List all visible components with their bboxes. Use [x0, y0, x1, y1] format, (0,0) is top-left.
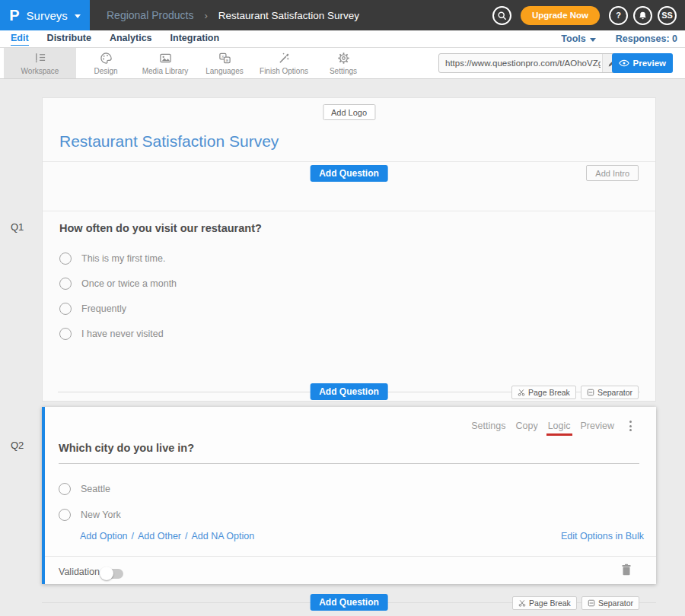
svg-text:a: a: [225, 57, 228, 62]
responses-count[interactable]: Responses: 0: [616, 33, 677, 44]
add-logo-button[interactable]: Add Logo: [323, 104, 375, 120]
page-break-button[interactable]: Page Break: [512, 596, 577, 610]
preview-button[interactable]: Preview: [612, 53, 673, 73]
nav-tabs: Edit Distribute Analytics Integration: [11, 33, 219, 46]
radio-button[interactable]: [59, 509, 71, 521]
upgrade-now-button[interactable]: Upgrade Now: [521, 6, 600, 25]
toolbar-tab-label: Media Library: [142, 67, 189, 75]
survey-navbar: Edit Distribute Analytics Integration To…: [0, 30, 685, 48]
svg-text:x: x: [221, 53, 224, 59]
add-na-option-link[interactable]: Add NA Option: [192, 531, 255, 541]
survey-url-input[interactable]: [439, 59, 602, 68]
q2-question-field[interactable]: Which city do you live in?: [59, 441, 639, 464]
media-library-icon: [159, 52, 172, 65]
product-label: Surveys: [27, 9, 68, 22]
q2-question-text[interactable]: Which city do you live in?: [59, 442, 194, 454]
separator-icon: [588, 599, 595, 607]
radio-button[interactable]: [59, 252, 72, 265]
add-option-link[interactable]: Add Option: [80, 531, 128, 541]
add-question-button[interactable]: Add Question: [310, 383, 388, 400]
add-other-link[interactable]: Add Other: [138, 531, 181, 541]
finish-options-icon: [278, 52, 291, 65]
logic-annotation-underline: [546, 433, 572, 436]
survey-url-box: [438, 53, 621, 73]
tab-integration[interactable]: Integration: [170, 33, 220, 46]
validation-toggle[interactable]: [101, 569, 123, 579]
question-settings-button[interactable]: Settings: [471, 421, 505, 431]
separator-button[interactable]: Separator: [581, 596, 639, 610]
page-break-button[interactable]: Page Break: [511, 386, 576, 399]
settings-icon: [337, 52, 350, 65]
radio-button[interactable]: [59, 278, 72, 290]
add-question-button[interactable]: Add Question: [310, 165, 388, 182]
q1-question-text[interactable]: How often do you visit our restaurant?: [59, 222, 262, 234]
product-switcher[interactable]: P Surveys: [0, 0, 90, 30]
toolbar-tab-label: Design: [94, 67, 117, 75]
edit-options-in-bulk-link[interactable]: Edit Options in Bulk: [561, 531, 644, 541]
option-label: New York: [81, 510, 121, 520]
languages-icon: xa: [218, 52, 231, 65]
bell-icon: [638, 11, 648, 21]
toolbar-tab-media-library[interactable]: Media Library: [135, 48, 195, 78]
option-links: Add Option / Add Other / Add NA Option: [80, 531, 254, 541]
q2-option-2[interactable]: New York: [59, 508, 121, 521]
radio-button[interactable]: [59, 328, 72, 340]
tab-edit[interactable]: Edit: [11, 33, 29, 46]
more-options-button[interactable]: [628, 419, 633, 433]
question-card-q2: Settings Copy Logic Preview Which city d…: [42, 407, 656, 584]
trash-icon: [621, 564, 632, 576]
workspace-icon: [33, 52, 46, 65]
search-button[interactable]: [492, 6, 511, 25]
delete-question-button[interactable]: [621, 564, 632, 579]
q1-option-4[interactable]: I have never visited: [59, 327, 164, 340]
bottom-insert-row: Add Question Page Break Separator: [42, 592, 656, 616]
survey-title[interactable]: Restaurant Satisfaction Survey: [59, 132, 279, 151]
notifications-button[interactable]: [633, 6, 652, 25]
add-question-button[interactable]: Add Question: [310, 594, 388, 611]
divider: [45, 556, 656, 557]
tools-menu[interactable]: Tools: [561, 33, 595, 44]
scissors-icon: [518, 389, 525, 396]
tab-analytics[interactable]: Analytics: [110, 33, 152, 46]
insert-controls: Page Break Separator: [512, 596, 639, 610]
separator-label: Separator: [597, 388, 632, 397]
link-separator: /: [132, 531, 134, 541]
q1-option-1[interactable]: This is my first time.: [59, 252, 165, 265]
radio-button[interactable]: [59, 483, 71, 495]
tools-label: Tools: [561, 33, 585, 44]
question-preview-button[interactable]: Preview: [581, 421, 614, 431]
question-action-menu: Settings Copy Logic Preview: [471, 419, 633, 433]
option-label: I have never visited: [81, 329, 164, 339]
question-copy-button[interactable]: Copy: [515, 421, 537, 431]
help-button[interactable]: ?: [609, 6, 628, 25]
edit-toolbar: Workspace Design Media Library xa Langua…: [0, 48, 685, 79]
toolbar-tab-label: Languages: [206, 67, 244, 75]
add-intro-button[interactable]: Add Intro: [586, 165, 639, 181]
design-icon: [100, 52, 113, 65]
toolbar-tab-finish-options[interactable]: Finish Options: [254, 48, 314, 78]
separator-button[interactable]: Separator: [581, 386, 639, 399]
toolbar-tab-design[interactable]: Design: [76, 48, 135, 78]
breadcrumb-folder[interactable]: Regional Products: [107, 9, 193, 21]
eye-icon: [619, 58, 629, 68]
toolbar-tab-settings[interactable]: Settings: [314, 48, 373, 78]
breadcrumb-survey-title: Restaurant Satisfaction Survey: [218, 10, 359, 21]
tab-distribute[interactable]: Distribute: [47, 33, 91, 46]
insert-controls: Page Break Separator: [511, 386, 639, 399]
option-label: This is my first time.: [81, 253, 165, 264]
chevron-down-icon: [590, 38, 596, 42]
preview-label: Preview: [633, 59, 666, 68]
toolbar-tab-languages[interactable]: xa Languages: [195, 48, 254, 78]
breadcrumb-separator-icon: ›: [204, 10, 207, 21]
q2-option-1[interactable]: Seattle: [59, 482, 110, 495]
q1-option-2[interactable]: Once or twice a month: [59, 277, 177, 290]
q1-option-3[interactable]: Frequently: [59, 302, 126, 315]
option-label: Frequently: [81, 303, 126, 314]
radio-button[interactable]: [59, 303, 72, 315]
avatar[interactable]: SS: [658, 6, 677, 25]
question-logic-button[interactable]: Logic: [548, 421, 571, 431]
toolbar-tab-workspace[interactable]: Workspace: [4, 48, 76, 78]
nav-right: Tools Responses: 0: [561, 33, 685, 44]
toolbar-tab-label: Settings: [330, 67, 357, 75]
link-separator: /: [185, 531, 187, 541]
